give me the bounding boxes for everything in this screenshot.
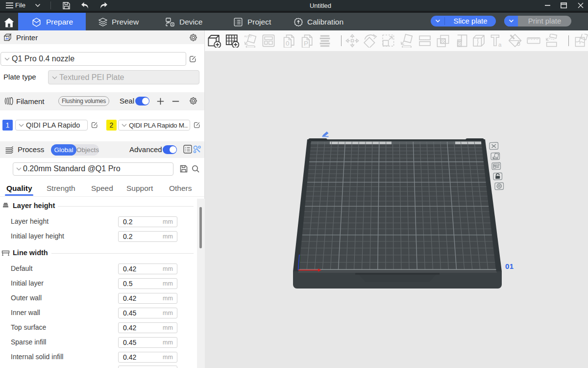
svg-text:AUTO: AUTO bbox=[244, 35, 251, 38]
svg-text:P: P bbox=[304, 40, 308, 47]
svg-text:0: 0 bbox=[286, 40, 289, 47]
svg-text:01: 01 bbox=[505, 262, 514, 270]
svg-text:a: a bbox=[498, 42, 502, 48]
